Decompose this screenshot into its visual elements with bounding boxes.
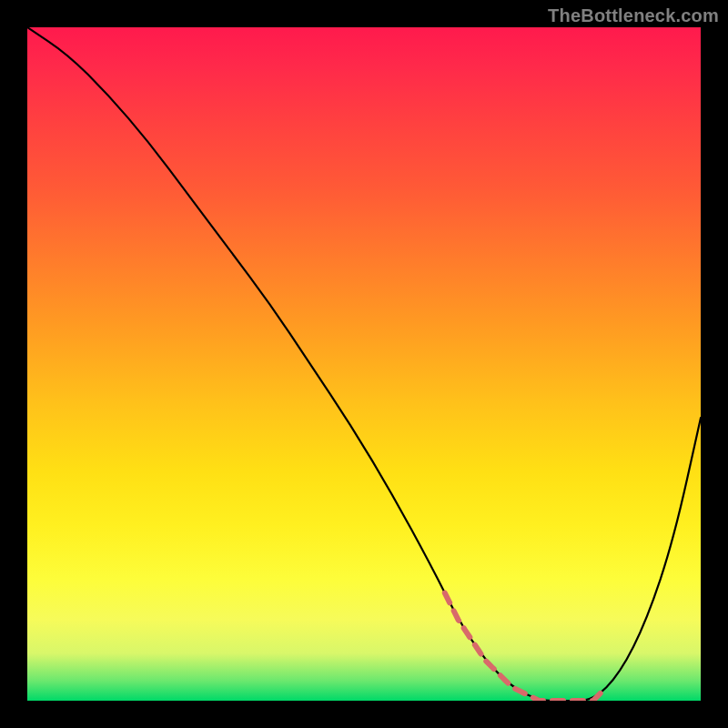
chart-frame: TheBottleneck.com <box>0 0 728 728</box>
plot-area <box>27 27 701 701</box>
bottleneck-curve-line <box>27 27 701 701</box>
watermark-label: TheBottleneck.com <box>548 5 719 26</box>
optimal-range-dashes <box>445 593 607 701</box>
curve-svg <box>27 27 701 701</box>
